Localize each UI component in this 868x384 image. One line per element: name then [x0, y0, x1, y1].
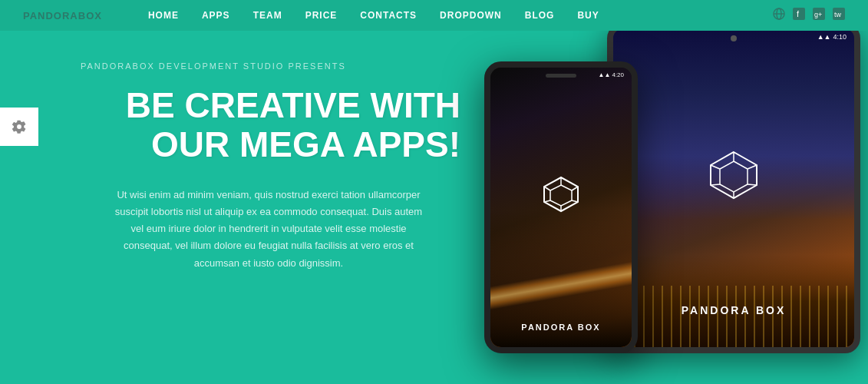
phone-device: ▲▲ 4:20 PAN [484, 61, 638, 353]
nav-contacts[interactable]: CONTACTS [360, 10, 417, 21]
tablet-city-lights [613, 286, 854, 347]
svg-text:tw: tw [834, 11, 842, 18]
svg-line-15 [711, 184, 720, 185]
nav-dropdown[interactable]: DROPDOWN [440, 10, 502, 21]
svg-marker-10 [720, 161, 748, 192]
google-plus-icon[interactable]: g+ [813, 8, 825, 23]
globe-icon[interactable] [773, 8, 785, 23]
hero-subtitle: PANDORABOX DEVELOPMENT STUDIO PRESENTS [81, 61, 460, 71]
devices-showcase: ▲▲ 4:10 PAN [461, 31, 868, 384]
svg-line-21 [572, 200, 578, 202]
svg-line-20 [572, 187, 578, 190]
gear-icon [12, 119, 27, 134]
nav-brand[interactable]: PANDORABOX [23, 10, 102, 22]
hero-body: Ut wisi enim ad minim veniam, quis nostr… [107, 187, 430, 271]
phone-brand-text: PANDORA BOX [521, 323, 600, 332]
tablet-device: ▲▲ 4:10 PAN [607, 31, 860, 353]
svg-line-23 [544, 200, 550, 202]
hero-title-line2: OUR MEGA APPS! [151, 124, 460, 164]
phone-logo [538, 171, 584, 220]
phone-pandora-box-icon [538, 171, 584, 217]
hero-section: PANDORABOX DEVELOPMENT STUDIO PRESENTS B… [0, 31, 868, 384]
tablet-status-bar: ▲▲ 4:10 [817, 33, 847, 41]
svg-line-16 [711, 165, 720, 169]
settings-button[interactable] [0, 108, 38, 146]
nav-blog[interactable]: BLOG [525, 10, 555, 21]
pandora-box-icon [703, 144, 764, 206]
tablet-screen: ▲▲ 4:10 PAN [613, 31, 854, 347]
phone-road-lights [490, 240, 632, 332]
nav-social-icons: f g+ tw [773, 8, 845, 23]
svg-marker-18 [550, 185, 572, 206]
phone-screen: ▲▲ 4:20 PAN [490, 68, 632, 347]
facebook-icon[interactable]: f [793, 8, 805, 23]
nav-team[interactable]: TEAM [253, 10, 282, 21]
hero-content: PANDORABOX DEVELOPMENT STUDIO PRESENTS B… [77, 61, 460, 272]
navigation: PANDORABOX HOME APPS TEAM PRICE CONTACTS… [0, 0, 868, 31]
svg-line-12 [748, 165, 757, 169]
phone-status-bar: ▲▲ 4:20 [599, 71, 624, 78]
svg-line-13 [748, 184, 757, 185]
nav-links: HOME APPS TEAM PRICE CONTACTS DROPDOWN B… [148, 10, 773, 21]
nav-price[interactable]: PRICE [305, 10, 338, 21]
nav-home[interactable]: HOME [148, 10, 179, 21]
tablet-logo [703, 144, 764, 209]
svg-line-24 [544, 187, 550, 190]
hero-title-line1: BE CREATIVE WITH [126, 85, 460, 125]
nav-apps[interactable]: APPS [202, 10, 230, 21]
svg-text:g+: g+ [814, 11, 822, 18]
twitter-icon[interactable]: tw [833, 8, 845, 23]
hero-title: BE CREATIVE WITH OUR MEGA APPS! [77, 86, 460, 164]
tablet-brand-text: PANDORA BOX [682, 304, 786, 316]
nav-buy[interactable]: BUY [577, 10, 599, 21]
